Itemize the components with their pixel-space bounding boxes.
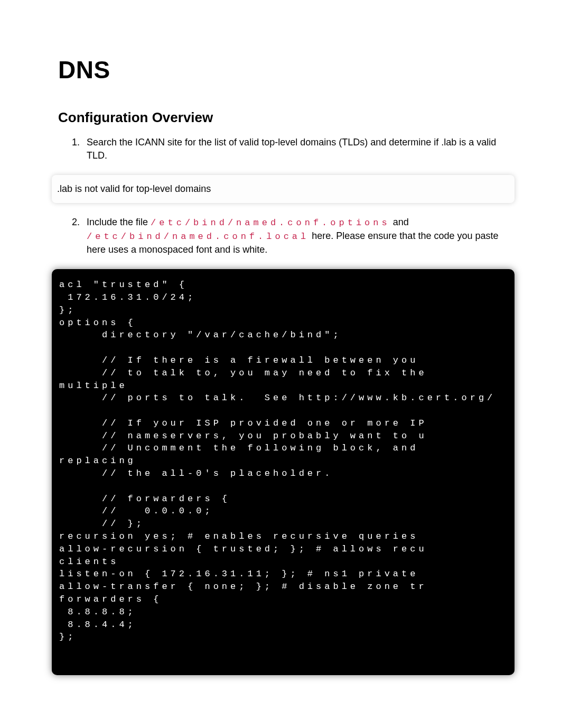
list-item-text: Search the ICANN site for the list of va… [87,137,496,161]
code-block: acl "trusted" { 172.16.31.0/24; }; optio… [52,269,515,675]
document-page: DNS Configuration Overview Search the IC… [0,0,561,728]
inline-code-path: /etc/bind/named.conf.options [151,218,390,228]
instruction-list-cont: Include the file /etc/bind/named.conf.op… [58,216,508,256]
instruction-list: Search the ICANN site for the list of va… [58,136,508,162]
callout-text: .lab is not valid for top-level domains [57,183,211,194]
inline-code-path: /etc/bind/named.conf.local [87,232,309,242]
section-heading: Configuration Overview [58,108,508,127]
list-item-text-prefix: Include the file [87,217,151,227]
list-item: Include the file /etc/bind/named.conf.op… [82,216,508,256]
callout-box: .lab is not valid for top-level domains [52,175,515,203]
list-item: Search the ICANN site for the list of va… [82,136,508,162]
list-item-text-mid: and [390,217,409,227]
page-title: DNS [58,53,508,87]
